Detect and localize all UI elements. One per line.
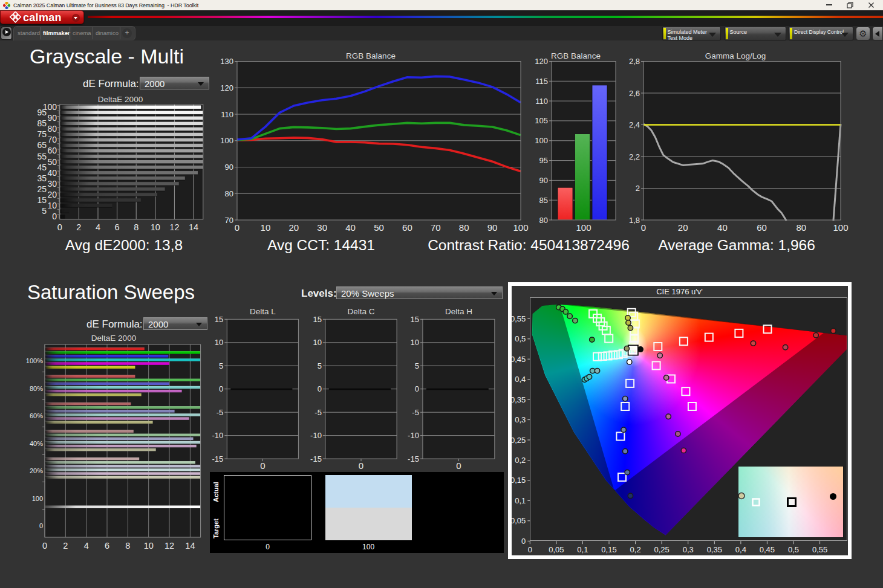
svg-text:110: 110 [221, 110, 233, 119]
svg-text:10: 10 [313, 338, 321, 347]
svg-text:4: 4 [96, 222, 100, 232]
svg-text:30: 30 [47, 179, 57, 189]
svg-text:50: 50 [374, 222, 384, 233]
svg-text:35: 35 [37, 173, 47, 183]
svg-text:60: 60 [402, 222, 412, 233]
svg-text:90: 90 [225, 163, 233, 172]
svg-text:0: 0 [260, 460, 265, 471]
svg-text:10: 10 [261, 222, 271, 233]
svg-text:0,2: 0,2 [515, 456, 526, 465]
svg-text:0,25: 0,25 [654, 545, 669, 554]
svg-text:0,45: 0,45 [759, 545, 774, 554]
svg-text:0,4: 0,4 [515, 375, 526, 384]
svg-text:0,55: 0,55 [512, 314, 526, 323]
svg-text:0: 0 [219, 384, 223, 393]
svg-text:80: 80 [459, 222, 469, 233]
svg-text:0,4: 0,4 [735, 545, 746, 554]
svg-text:10: 10 [47, 201, 57, 210]
svg-text:-10: -10 [408, 431, 419, 440]
svg-text:10: 10 [144, 541, 154, 551]
svg-text:5: 5 [42, 206, 47, 216]
svg-text:0,25: 0,25 [512, 436, 526, 445]
svg-text:115: 115 [535, 77, 548, 86]
svg-text:15: 15 [313, 315, 321, 324]
svg-text:0,3: 0,3 [682, 545, 693, 554]
svg-text:Delta L: Delta L [250, 307, 276, 316]
svg-text:40: 40 [717, 222, 728, 233]
svg-text:70: 70 [225, 216, 233, 225]
svg-text:5: 5 [415, 361, 419, 370]
svg-text:0: 0 [52, 212, 57, 221]
svg-text:0: 0 [527, 545, 532, 554]
svg-text:12: 12 [165, 541, 174, 551]
svg-text:-5: -5 [412, 408, 419, 417]
svg-text:15: 15 [215, 315, 223, 324]
svg-text:DeltaE 2000: DeltaE 2000 [91, 334, 136, 343]
svg-text:0,3: 0,3 [515, 415, 526, 424]
svg-text:90: 90 [487, 222, 498, 233]
svg-text:95: 95 [37, 108, 47, 117]
svg-text:8: 8 [134, 222, 138, 232]
svg-text:100: 100 [513, 222, 528, 233]
svg-text:2,4: 2,4 [629, 120, 640, 129]
svg-text:1,8: 1,8 [629, 216, 640, 225]
svg-text:30: 30 [317, 222, 327, 233]
svg-text:2: 2 [76, 222, 81, 232]
svg-text:RGB Balance: RGB Balance [551, 51, 601, 60]
svg-text:80: 80 [47, 124, 57, 134]
svg-text:20: 20 [678, 222, 688, 233]
svg-text:12: 12 [169, 222, 179, 232]
svg-text:6: 6 [115, 222, 120, 232]
svg-text:RGB Balance: RGB Balance [346, 51, 396, 60]
svg-text:0: 0 [456, 460, 461, 471]
svg-text:-10: -10 [310, 431, 322, 440]
svg-text:0: 0 [235, 222, 239, 233]
svg-text:2: 2 [636, 184, 640, 193]
svg-text:0,05: 0,05 [549, 545, 564, 554]
svg-text:0,05: 0,05 [512, 516, 526, 525]
svg-text:90: 90 [47, 113, 57, 123]
svg-text:100: 100 [535, 136, 548, 145]
svg-text:80%: 80% [30, 385, 43, 392]
svg-text:Delta H: Delta H [445, 307, 472, 316]
svg-text:0: 0 [39, 522, 43, 529]
svg-text:0: 0 [42, 541, 47, 551]
svg-text:100: 100 [32, 495, 43, 502]
svg-text:90: 90 [539, 176, 548, 185]
svg-text:2,2: 2,2 [629, 152, 640, 161]
svg-text:6: 6 [105, 541, 109, 551]
svg-text:105: 105 [535, 116, 548, 125]
svg-text:0,15: 0,15 [601, 545, 616, 554]
svg-text:0: 0 [359, 460, 363, 471]
svg-text:5: 5 [318, 361, 322, 370]
svg-text:40%: 40% [30, 440, 43, 447]
svg-text:5: 5 [219, 361, 223, 370]
svg-text:15: 15 [37, 195, 47, 205]
svg-text:Delta C: Delta C [347, 307, 374, 316]
svg-text:120: 120 [220, 83, 233, 92]
svg-text:60: 60 [47, 146, 57, 155]
svg-text:0,5: 0,5 [787, 545, 798, 554]
svg-text:0: 0 [415, 384, 419, 393]
svg-text:10: 10 [410, 338, 419, 347]
svg-text:0: 0 [641, 222, 646, 233]
svg-text:110: 110 [535, 97, 548, 106]
svg-text:14: 14 [189, 222, 198, 232]
svg-text:DeltaE 2000: DeltaE 2000 [98, 95, 143, 104]
svg-text:65: 65 [37, 140, 47, 150]
svg-text:-15: -15 [310, 454, 322, 464]
svg-text:85: 85 [37, 118, 47, 128]
svg-text:2,6: 2,6 [629, 89, 640, 98]
svg-text:0,1: 0,1 [577, 545, 588, 554]
svg-text:80: 80 [796, 222, 806, 233]
svg-text:40: 40 [345, 222, 356, 233]
svg-text:80: 80 [539, 216, 548, 225]
svg-text:-15: -15 [212, 454, 224, 464]
svg-text:-10: -10 [212, 431, 224, 440]
svg-text:55: 55 [37, 152, 47, 161]
svg-text:60%: 60% [30, 412, 43, 419]
svg-text:-5: -5 [314, 408, 322, 417]
svg-text:0: 0 [318, 384, 322, 393]
svg-text:20: 20 [47, 190, 57, 199]
svg-text:85: 85 [539, 196, 548, 205]
